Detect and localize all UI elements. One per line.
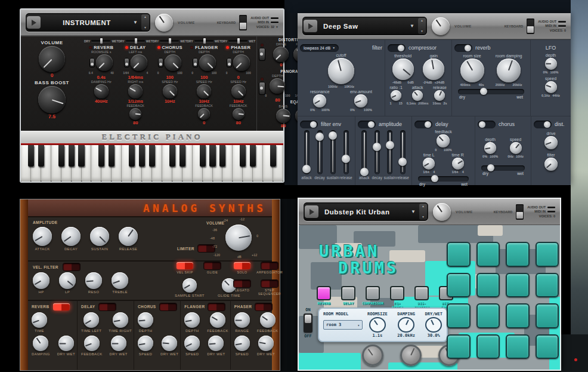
fx-button-pad[interactable] (317, 286, 331, 300)
preset-caret-icon[interactable]: ▼ (410, 23, 416, 29)
drive-knob[interactable] (273, 47, 289, 62)
preset-spinner[interactable]: ▲▼ (141, 14, 149, 30)
lcd-dial[interactable] (425, 317, 442, 333)
knob[interactable] (129, 108, 141, 120)
piano-black-key[interactable] (78, 145, 84, 167)
bass-boost-knob[interactable] (38, 86, 66, 113)
dry-wet-slider[interactable]: DRYWET (187, 38, 221, 44)
rocker[interactable] (261, 262, 278, 269)
delay-toggle[interactable] (414, 121, 432, 128)
drum-pad-13[interactable] (447, 334, 471, 359)
preset-caret-icon[interactable]: ▼ (133, 20, 139, 25)
pan-depth-knob[interactable] (270, 78, 285, 94)
RELEASE-knob[interactable] (119, 227, 138, 246)
distortion-toggle[interactable] (259, 48, 265, 61)
knob[interactable] (233, 108, 245, 120)
sustain-slider[interactable]: sustain (326, 130, 339, 180)
fx-button-dis[interactable]: DIS-TORTION (413, 286, 430, 310)
DRY WET-knob[interactable] (162, 336, 177, 351)
fx-button-pad[interactable] (341, 286, 355, 300)
cutoff-knob[interactable] (328, 58, 354, 84)
attack-slider[interactable]: attack (300, 130, 313, 180)
release-slider[interactable]: release (339, 130, 352, 180)
drum-pad-11[interactable] (506, 303, 530, 328)
rocker[interactable] (234, 280, 250, 287)
voices-selector[interactable]: VOICES: 32▼ (256, 25, 278, 29)
time L-knob[interactable] (423, 158, 435, 170)
LP-knob[interactable] (59, 272, 76, 289)
rocker[interactable] (53, 303, 70, 310)
fx-button-pad[interactable] (390, 286, 404, 300)
reverb-dry-wet-slider[interactable] (458, 89, 524, 94)
knob[interactable] (131, 54, 147, 71)
drum-pad-8[interactable] (536, 273, 559, 298)
knob[interactable] (165, 54, 181, 71)
TIME-knob[interactable] (32, 312, 47, 328)
resonance-knob[interactable] (313, 94, 326, 107)
piano-black-key[interactable] (180, 145, 185, 167)
drum-pad-10[interactable] (476, 303, 500, 328)
FEEDBACK-knob[interactable] (210, 312, 225, 328)
drum-pad-7[interactable] (506, 273, 530, 298)
SAMPLE START-knob[interactable] (182, 278, 197, 293)
rocker[interactable] (160, 303, 177, 310)
rocker[interactable] (255, 303, 272, 310)
voices-selector[interactable]: VOICES: 0 (539, 214, 555, 218)
fx-button-pad[interactable] (414, 286, 429, 300)
drum-pad-3[interactable] (506, 242, 530, 267)
effect-toggle[interactable] (227, 58, 232, 67)
knob[interactable] (96, 54, 113, 71)
dry-wet-slider[interactable]: DRYWET (221, 38, 255, 44)
preset-caret-icon[interactable]: ▼ (411, 209, 417, 214)
filter-env-toggle[interactable] (300, 121, 318, 128)
release-knob[interactable] (434, 90, 445, 101)
knob[interactable] (231, 84, 246, 99)
piano-black-key[interactable] (149, 145, 155, 167)
room size-knob[interactable] (460, 59, 484, 82)
DRY WET-knob[interactable] (258, 336, 274, 351)
piano-black-key[interactable] (209, 145, 215, 167)
amplitude-toggle[interactable] (358, 121, 376, 128)
dist-toggle[interactable] (534, 121, 552, 128)
rocker[interactable] (261, 280, 278, 287)
preset-selector[interactable]: Dubstep Kit Urban ▼ ▲▼ (304, 202, 428, 221)
piano-black-key[interactable] (200, 145, 206, 167)
bl-volume-knob[interactable] (225, 225, 252, 251)
rocker[interactable] (204, 262, 221, 269)
drum-pad-16[interactable] (536, 334, 559, 359)
keyboard-toggle[interactable] (516, 204, 524, 220)
drum-pad-5[interactable] (447, 273, 471, 298)
TIME LEFT-knob[interactable] (83, 312, 99, 328)
knob[interactable] (233, 54, 250, 71)
fx-button-compressor[interactable]: COMPRESSOR (364, 286, 381, 310)
drive-knob[interactable] (544, 136, 558, 149)
chorus-dry-wet-slider[interactable] (481, 165, 525, 171)
lcd-dial[interactable] (398, 317, 414, 333)
SPEED-knob[interactable] (234, 336, 250, 351)
drum-pad-12[interactable] (536, 303, 559, 328)
knob[interactable] (199, 54, 216, 71)
piano-black-key[interactable] (270, 145, 276, 167)
knob[interactable] (197, 84, 211, 99)
piano-black-key[interactable] (240, 145, 246, 167)
depth-knob[interactable] (484, 142, 496, 154)
depth-knob[interactable] (545, 58, 557, 70)
ratio :1-knob[interactable] (391, 90, 401, 101)
master-volume-knob[interactable] (432, 17, 450, 35)
dry-wet-slider[interactable]: DRYWET (84, 38, 118, 44)
piano-black-key[interactable] (139, 145, 145, 167)
room-model-select[interactable]: room 3▾ (323, 320, 363, 330)
master-volume-knob[interactable] (155, 14, 173, 32)
speed-knob[interactable] (510, 142, 522, 154)
DAMPING-knob[interactable] (33, 336, 48, 351)
DRY WET-knob[interactable] (58, 336, 74, 351)
chorus-toggle[interactable] (478, 121, 496, 128)
decay-slider[interactable]: decay (371, 130, 384, 180)
rocker[interactable] (234, 262, 250, 269)
fx-button-eq[interactable]: EQ+PITCH (389, 286, 406, 310)
rocker[interactable] (99, 303, 116, 310)
drum-pad-15[interactable] (506, 334, 530, 359)
ATTACK-knob[interactable] (33, 227, 52, 246)
drum-pad-9[interactable] (447, 303, 471, 328)
preset-play-button[interactable] (305, 205, 318, 218)
